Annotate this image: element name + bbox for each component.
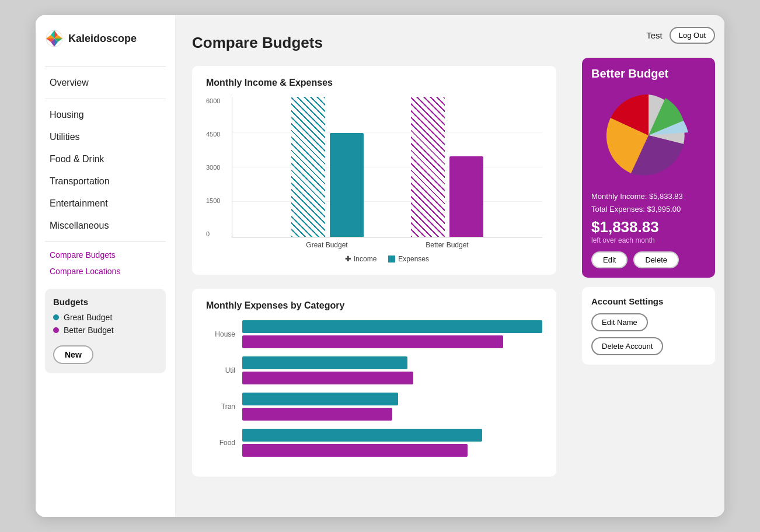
hbar-util-better xyxy=(242,372,413,384)
hbar-tran-great xyxy=(242,393,398,405)
hbar-chart-title: Monthly Expenses by Category xyxy=(206,300,542,311)
monthly-income: Monthly Income: $5,833.83 xyxy=(591,190,706,203)
income-icon: ✚ xyxy=(345,255,351,263)
total-expenses: Total Expenses: $3,995.00 xyxy=(591,203,706,216)
hbar-label-house: House xyxy=(206,330,235,338)
y-label-4500: 4500 xyxy=(206,131,232,138)
x-label-better: Better Budget xyxy=(410,241,484,249)
budgets-section: Budgets Great Budget Better Budget New xyxy=(45,289,166,373)
great-expense-bar xyxy=(330,133,364,237)
leftover-amount: $1,838.83 xyxy=(591,218,706,236)
sidebar-item-compare-locations[interactable]: Compare Locations xyxy=(45,263,166,279)
sidebar-item-miscellaneous[interactable]: Miscellaneous xyxy=(45,215,166,237)
hbar-group-tran: Tran xyxy=(206,393,542,421)
expense-color-swatch xyxy=(388,256,395,262)
hbar-food-great xyxy=(242,429,482,442)
card-actions: Edit Delete xyxy=(591,251,706,268)
budget-item-better: Better Budget xyxy=(53,326,158,335)
sidebar-item-housing[interactable]: Housing xyxy=(45,104,166,126)
better-budget-label: Better Budget xyxy=(64,326,114,335)
pie-chart xyxy=(602,89,695,182)
hbar-chart-section: Monthly Expenses by Category House Util xyxy=(192,289,556,477)
grouped-chart-title: Monthly Income & Expenses xyxy=(206,78,542,88)
legend-income: ✚ Income xyxy=(345,255,376,263)
better-expense-bar xyxy=(449,156,483,237)
new-budget-button[interactable]: New xyxy=(53,345,93,364)
right-panel: Test Log Out Better Budget xyxy=(573,15,724,517)
main-content: Compare Budgets Monthly Income & Expense… xyxy=(176,15,573,517)
pie-chart-container xyxy=(591,89,706,182)
edit-budget-button[interactable]: Edit xyxy=(591,251,627,268)
great-budget-label: Great Budget xyxy=(64,313,112,322)
sidebar-item-transportation[interactable]: Transportation xyxy=(45,170,166,192)
expense-label: Expenses xyxy=(398,255,429,263)
logout-button[interactable]: Log Out xyxy=(670,27,715,44)
better-income-bar xyxy=(411,97,445,237)
hbar-house-great xyxy=(242,320,542,333)
hbar-house-better xyxy=(242,335,503,348)
edit-name-button[interactable]: Edit Name xyxy=(591,313,648,331)
income-label: Income xyxy=(354,255,376,263)
sidebar-item-entertainment[interactable]: Entertainment xyxy=(45,192,166,215)
hbar-util-great xyxy=(242,356,407,369)
hbar-label-util: Util xyxy=(206,366,235,374)
hbar-group-house: House xyxy=(206,320,542,348)
legend-expenses: Expenses xyxy=(388,255,429,263)
app-name: Kaleidoscope xyxy=(68,33,137,45)
better-budget-dot xyxy=(53,327,59,333)
better-budget-card-title: Better Budget xyxy=(591,67,706,80)
logo-area: Kaleidoscope xyxy=(45,29,166,48)
hbar-tran-better xyxy=(242,408,392,421)
hbar-label-food: Food xyxy=(206,439,235,447)
hbar-chart: House Util Tran xyxy=(206,320,542,465)
budget-stats: Monthly Income: $5,833.83 Total Expenses… xyxy=(591,190,706,216)
sidebar-item-compare-budgets[interactable]: Compare Budgets xyxy=(45,247,166,263)
grouped-bar-chart-section: Monthly Income & Expenses 0 1500 3000 45… xyxy=(192,66,556,275)
page-title: Compare Budgets xyxy=(192,34,556,52)
hbar-label-tran: Tran xyxy=(206,402,235,411)
better-budget-card: Better Budget xyxy=(582,58,715,278)
sidebar: Kaleidoscope Overview Housing Utilities … xyxy=(36,15,176,517)
x-label-great: Great Budget xyxy=(290,241,364,249)
y-label-0: 0 xyxy=(206,230,232,237)
hbar-group-food: Food xyxy=(206,429,542,457)
account-settings-card: Account Settings Edit Name Delete Accoun… xyxy=(582,287,715,365)
great-income-bar xyxy=(291,97,325,237)
y-label-1500: 1500 xyxy=(206,197,232,204)
sidebar-item-food-drink[interactable]: Food & Drink xyxy=(45,148,166,170)
leftover-sub: left over each month xyxy=(591,236,706,244)
y-label-6000: 6000 xyxy=(206,97,232,104)
account-settings-actions: Edit Name Delete Account xyxy=(591,313,706,355)
account-settings-title: Account Settings xyxy=(591,296,706,306)
delete-budget-button[interactable]: Delete xyxy=(633,251,679,268)
sidebar-item-overview[interactable]: Overview xyxy=(45,72,166,94)
chart-legend: ✚ Income Expenses xyxy=(232,255,542,263)
username: Test xyxy=(646,30,663,40)
y-label-3000: 3000 xyxy=(206,164,232,171)
great-budget-dot xyxy=(53,314,59,320)
top-bar: Test Log Out xyxy=(582,27,715,44)
hbar-group-util: Util xyxy=(206,356,542,384)
sidebar-item-utilities[interactable]: Utilities xyxy=(45,126,166,148)
budgets-title: Budgets xyxy=(53,297,158,307)
budget-item-great: Great Budget xyxy=(53,313,158,322)
kaleidoscope-logo-icon xyxy=(45,29,64,48)
hbar-food-better xyxy=(242,444,468,457)
delete-account-button[interactable]: Delete Account xyxy=(591,337,663,355)
